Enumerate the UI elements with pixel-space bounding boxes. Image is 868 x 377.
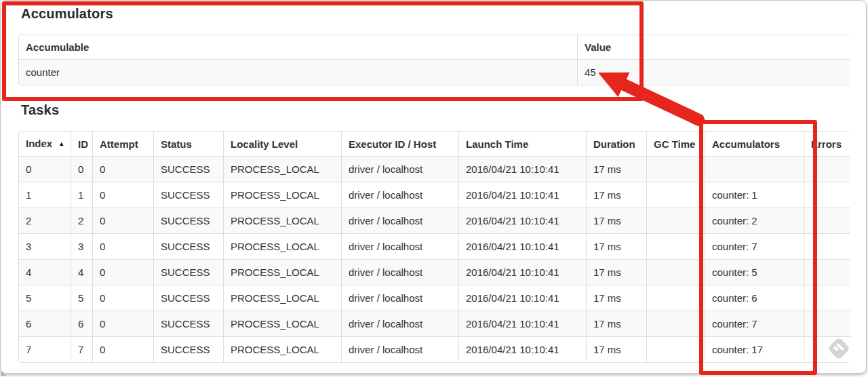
column-header-accumulators[interactable]: Accumulators [705, 132, 804, 157]
table-cell: PROCESS_LOCAL [224, 337, 342, 363]
table-cell [804, 157, 851, 182]
table-cell: 0 [93, 337, 154, 363]
table-cell: PROCESS_LOCAL [224, 182, 342, 208]
table-cell: PROCESS_LOCAL [224, 260, 342, 285]
header-row: Index▲IDAttemptStatusLocality LevelExecu… [19, 132, 851, 157]
table-cell: 0 [93, 208, 154, 234]
table-cell: 7 [71, 337, 93, 363]
column-header-executor-id-host[interactable]: Executor ID / Host [342, 132, 459, 157]
table-cell [647, 157, 705, 182]
table-cell [804, 208, 851, 234]
table-cell: driver / localhost [342, 285, 459, 311]
table-cell: 6 [71, 311, 93, 337]
table-cell: 17 ms [587, 311, 647, 337]
table-cell: driver / localhost [342, 234, 459, 260]
column-header-locality-level[interactable]: Locality Level [224, 132, 342, 157]
table-cell: 3 [71, 234, 93, 260]
table-cell: 17 ms [587, 182, 647, 208]
accumulable-table-grid: AccumulableValuecounter45 [18, 35, 850, 85]
screenshot-canvas: Accumulators AccumulableValuecounter45 T… [0, 0, 868, 377]
table-cell: SUCCESS [154, 311, 224, 337]
table-cell [804, 311, 851, 337]
page-curl-artifact [1, 371, 7, 376]
column-header-duration[interactable]: Duration [587, 132, 647, 157]
table-cell: 2016/04/21 10:10:41 [459, 285, 587, 311]
table-cell: 2016/04/21 10:10:41 [459, 311, 587, 337]
table-cell [804, 234, 851, 260]
tasks-section-heading: Tasks [21, 102, 59, 118]
table-cell: driver / localhost [342, 337, 459, 363]
column-header-index[interactable]: Index▲ [19, 132, 71, 157]
table-cell: 0 [19, 157, 71, 182]
table-cell: 2 [71, 208, 93, 234]
column-header-gc-time[interactable]: GC Time [647, 132, 705, 157]
table-cell: 0 [93, 311, 154, 337]
browser-viewport: Accumulators AccumulableValuecounter45 T… [0, 0, 867, 374]
table-cell: 5 [19, 285, 71, 311]
table-row: counter45 [19, 60, 851, 85]
table-row: 770SUCCESSPROCESS_LOCALdriver / localhos… [19, 337, 851, 363]
table-cell: driver / localhost [342, 157, 459, 182]
table-cell: 4 [71, 260, 93, 285]
table-row: 440SUCCESSPROCESS_LOCALdriver / localhos… [19, 260, 851, 285]
column-header-id[interactable]: ID [71, 132, 93, 157]
table-cell [647, 311, 705, 337]
table-cell: 3 [19, 234, 71, 260]
table-cell: 17 ms [587, 337, 647, 363]
column-header-errors[interactable]: Errors [804, 132, 851, 157]
table-cell: SUCCESS [154, 285, 224, 311]
table-cell: counter: 17 [705, 337, 804, 363]
table-cell: PROCESS_LOCAL [224, 311, 342, 337]
table-cell [647, 208, 705, 234]
table-cell: 1 [19, 182, 71, 208]
table-cell: driver / localhost [342, 260, 459, 285]
table-row: 110SUCCESSPROCESS_LOCALdriver / localhos… [19, 182, 851, 208]
table-cell [804, 182, 851, 208]
table-cell: SUCCESS [154, 157, 224, 182]
table-cell: PROCESS_LOCAL [224, 285, 342, 311]
table-cell: 45 [578, 60, 851, 85]
table-cell: SUCCESS [154, 260, 224, 285]
column-header-accumulable: Accumulable [19, 35, 578, 60]
table-row: 220SUCCESSPROCESS_LOCALdriver / localhos… [19, 208, 851, 234]
table-cell: 17 ms [587, 234, 647, 260]
table-cell [647, 337, 705, 363]
table-cell: 17 ms [587, 285, 647, 311]
table-row: 550SUCCESSPROCESS_LOCALdriver / localhos… [19, 285, 851, 311]
table-cell: PROCESS_LOCAL [224, 157, 342, 182]
table-cell [804, 260, 851, 285]
table-cell: 0 [93, 182, 154, 208]
table-cell: 2016/04/21 10:10:41 [459, 260, 587, 285]
column-header-launch-time[interactable]: Launch Time [459, 132, 587, 157]
table-cell: counter: 2 [705, 208, 804, 234]
table-cell: SUCCESS [154, 182, 224, 208]
table-cell: SUCCESS [154, 234, 224, 260]
table-cell: PROCESS_LOCAL [224, 208, 342, 234]
column-header-status[interactable]: Status [154, 132, 224, 157]
table-cell: PROCESS_LOCAL [224, 234, 342, 260]
table-cell: 0 [71, 157, 93, 182]
accumulators-section-heading: Accumulators [21, 6, 113, 22]
table-row: 660SUCCESSPROCESS_LOCALdriver / localhos… [19, 311, 851, 337]
column-header-attempt[interactable]: Attempt [93, 132, 154, 157]
tasks-table: Index▲IDAttemptStatusLocality LevelExecu… [18, 131, 850, 363]
table-cell: 2 [19, 208, 71, 234]
table-cell [647, 182, 705, 208]
table-cell: SUCCESS [154, 337, 224, 363]
table-cell [647, 234, 705, 260]
table-cell: 4 [19, 260, 71, 285]
table-cell: 1 [71, 182, 93, 208]
tasks-table-grid: Index▲IDAttemptStatusLocality LevelExecu… [18, 131, 850, 363]
table-cell: 0 [93, 157, 154, 182]
table-cell: 7 [19, 337, 71, 363]
table-cell: 0 [93, 285, 154, 311]
table-cell: 2016/04/21 10:10:41 [459, 234, 587, 260]
table-cell: 5 [71, 285, 93, 311]
table-cell: 0 [93, 234, 154, 260]
table-cell: 6 [19, 311, 71, 337]
table-cell [647, 260, 705, 285]
accumulable-table: AccumulableValuecounter45 [18, 35, 850, 85]
table-cell: counter [19, 60, 578, 85]
table-cell: 2016/04/21 10:10:41 [459, 208, 587, 234]
table-cell: driver / localhost [342, 311, 459, 337]
